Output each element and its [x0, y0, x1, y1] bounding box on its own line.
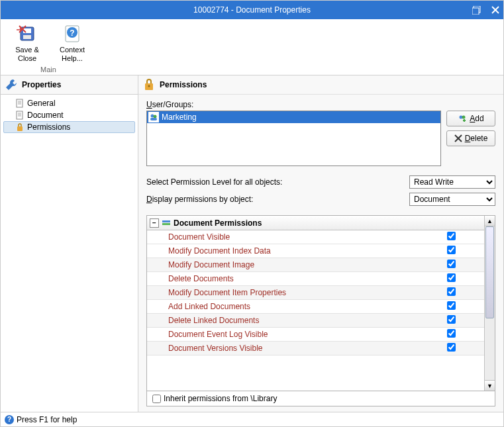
- permissions-grid: − Document Permissions Document VisibleM…: [147, 216, 484, 391]
- permission-name: Document Versions Visible: [147, 344, 418, 353]
- sidebar-item-label: General: [27, 99, 56, 108]
- svg-rect-23: [150, 118, 157, 120]
- permission-row: Add Linked Documents: [147, 300, 484, 314]
- user-group-name: Marketing: [162, 113, 197, 122]
- grid-section-title: Document Permissions: [174, 218, 262, 228]
- save-close-label: Save & Close: [10, 46, 44, 63]
- svg-point-25: [462, 116, 466, 119]
- lock-icon: [142, 78, 156, 91]
- group-icon: [148, 112, 159, 122]
- permission-name: Document Visible: [147, 232, 418, 242]
- sidebar-item-document[interactable]: Document: [3, 109, 135, 121]
- permission-checkbox[interactable]: [447, 260, 456, 268]
- help-icon: ?: [62, 23, 83, 44]
- context-help-button[interactable]: ? Context Help...: [54, 22, 91, 64]
- add-label: Add: [470, 114, 483, 123]
- permissions-header: Permissions: [138, 75, 503, 95]
- grid-section-header[interactable]: − Document Permissions: [147, 216, 484, 230]
- status-text: Press F1 for help: [17, 415, 77, 424]
- permission-row: Delete Documents: [147, 272, 484, 286]
- ribbon: Save & Close ? Context Help... Main: [1, 19, 503, 75]
- window-title: 10002774 - Document Properties: [193, 5, 311, 15]
- permissions-section-icon: [162, 218, 171, 228]
- save-close-button[interactable]: Save & Close: [9, 22, 46, 64]
- ribbon-group-label: Main: [9, 66, 88, 73]
- svg-point-20: [148, 85, 150, 87]
- add-button[interactable]: Add: [446, 111, 495, 126]
- permission-name: Delete Linked Documents: [147, 316, 418, 325]
- permission-checkbox[interactable]: [447, 301, 456, 310]
- select-level-label: Select Permission Level for all objects:: [146, 177, 403, 187]
- delete-x-icon: [454, 134, 462, 142]
- svg-rect-18: [17, 126, 23, 131]
- permission-checkbox[interactable]: [447, 343, 456, 352]
- permission-checkbox[interactable]: [447, 232, 456, 240]
- sidebar-item-general[interactable]: General: [3, 97, 135, 109]
- svg-rect-29: [162, 223, 170, 225]
- permission-checkbox[interactable]: [447, 273, 456, 282]
- permission-checkbox[interactable]: [447, 246, 456, 254]
- restore-icon[interactable]: [472, 6, 481, 15]
- permission-name: Document Event Log Visible: [147, 330, 418, 339]
- help-circle-icon: ?: [5, 415, 14, 424]
- permission-row: Delete Linked Documents: [147, 314, 484, 328]
- sidebar-item-label: Permissions: [27, 122, 70, 132]
- wrench-icon: [5, 78, 18, 91]
- user-groups-label: User/Groups:: [146, 100, 495, 109]
- page-icon: [15, 111, 25, 120]
- svg-rect-14: [17, 111, 23, 119]
- permission-name: Delete Documents: [147, 274, 418, 283]
- sidebar: Properties General Document Permissions: [1, 75, 138, 412]
- context-help-label: Context Help...: [55, 46, 89, 63]
- permission-row: Document Visible: [147, 230, 484, 244]
- scroll-thumb[interactable]: [485, 226, 494, 318]
- sidebar-header: Properties: [1, 75, 138, 95]
- grid-scrollbar[interactable]: ▲ ▼: [484, 216, 495, 391]
- svg-rect-1: [472, 8, 479, 15]
- sidebar-tree: General Document Permissions: [1, 95, 138, 136]
- delete-label: Delete: [465, 134, 488, 143]
- title-bar: 10002774 - Document Properties: [1, 1, 503, 19]
- permission-checkbox[interactable]: [447, 329, 456, 338]
- permission-name: Modify Document Image: [147, 260, 418, 269]
- delete-button[interactable]: Delete: [446, 130, 495, 146]
- svg-text:?: ?: [70, 28, 74, 38]
- close-icon[interactable]: [491, 6, 499, 14]
- svg-rect-28: [162, 220, 170, 222]
- permission-checkbox[interactable]: [447, 287, 456, 296]
- svg-point-22: [154, 115, 157, 119]
- sidebar-item-label: Document: [27, 111, 64, 120]
- permission-row: Document Versions Visible: [147, 342, 484, 356]
- page-icon: [15, 99, 25, 108]
- user-group-item[interactable]: Marketing: [147, 111, 440, 123]
- permission-name: Modify Document Item Properties: [147, 288, 418, 297]
- permission-row: Modify Document Index Data: [147, 244, 484, 258]
- display-by-label: Display permissions by object:: [146, 195, 403, 204]
- lock-icon: [15, 122, 25, 132]
- svg-rect-10: [17, 99, 23, 107]
- permission-row: Document Event Log Visible: [147, 328, 484, 342]
- scroll-down-icon[interactable]: ▼: [485, 380, 495, 391]
- svg-rect-6: [23, 35, 31, 39]
- permission-row: Modify Document Image: [147, 258, 484, 272]
- inherit-label: Inherit permissions from \Library: [164, 394, 277, 403]
- permission-name: Add Linked Documents: [147, 302, 418, 311]
- main-panel: Permissions User/Groups: Marketing A: [138, 75, 503, 412]
- permission-row: Modify Document Item Properties: [147, 286, 484, 300]
- permission-level-select[interactable]: Read Write: [409, 175, 495, 189]
- sidebar-item-permissions[interactable]: Permissions: [3, 121, 135, 133]
- permission-checkbox[interactable]: [447, 315, 456, 324]
- user-groups-list[interactable]: Marketing: [146, 111, 441, 166]
- status-bar: ? Press F1 for help: [1, 412, 503, 426]
- scroll-up-icon[interactable]: ▲: [485, 216, 495, 226]
- add-user-icon: [458, 114, 467, 123]
- save-close-icon: [17, 23, 38, 44]
- inherit-row: Inherit permissions from \Library: [146, 391, 495, 406]
- collapse-icon[interactable]: −: [150, 218, 159, 228]
- display-by-select[interactable]: Document: [409, 193, 495, 206]
- permission-name: Modify Document Index Data: [147, 246, 418, 256]
- inherit-checkbox[interactable]: [152, 395, 161, 403]
